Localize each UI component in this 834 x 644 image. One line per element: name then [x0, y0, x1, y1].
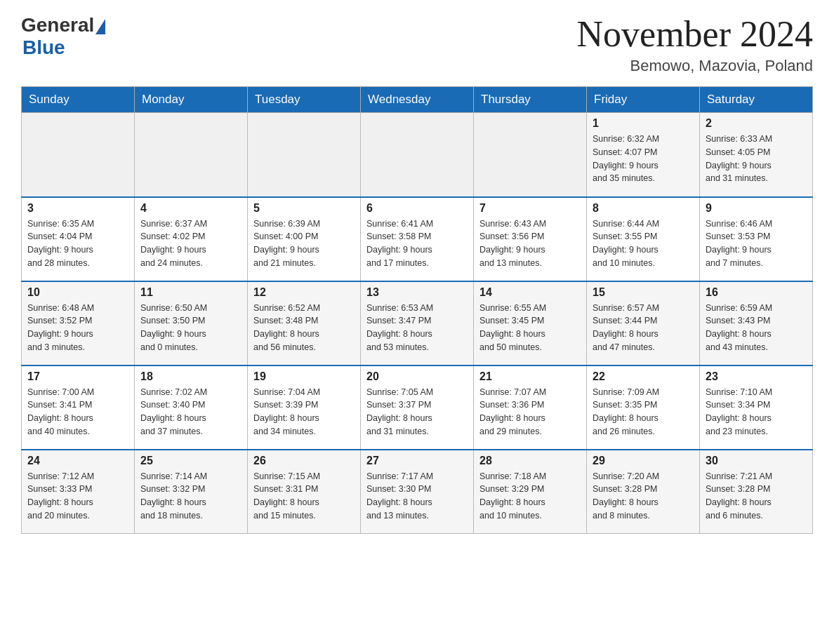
day-info: Sunrise: 6:57 AMSunset: 3:44 PMDaylight:… [593, 302, 694, 354]
day-number: 23 [706, 370, 807, 383]
day-number: 11 [140, 286, 241, 299]
logo-triangle-icon [95, 19, 105, 34]
calendar-cell: 2Sunrise: 6:33 AMSunset: 4:05 PMDaylight… [700, 113, 813, 197]
logo: General Blue [21, 14, 105, 59]
calendar-cell: 28Sunrise: 7:18 AMSunset: 3:29 PMDayligh… [474, 450, 587, 534]
day-number: 29 [593, 455, 694, 467]
day-info: Sunrise: 7:10 AMSunset: 3:34 PMDaylight:… [706, 386, 807, 438]
day-info: Sunrise: 6:52 AMSunset: 3:48 PMDaylight:… [253, 302, 355, 354]
calendar-cell: 25Sunrise: 7:14 AMSunset: 3:32 PMDayligh… [135, 450, 248, 534]
weekday-header-wednesday: Wednesday [361, 87, 474, 113]
calendar-cell: 27Sunrise: 7:17 AMSunset: 3:30 PMDayligh… [361, 450, 474, 534]
header: General Blue November 2024 Bemowo, Mazov… [21, 14, 813, 75]
day-number: 21 [479, 370, 581, 383]
day-number: 28 [479, 455, 581, 467]
calendar-cell: 22Sunrise: 7:09 AMSunset: 3:35 PMDayligh… [587, 365, 700, 450]
day-info: Sunrise: 6:41 AMSunset: 3:58 PMDaylight:… [366, 217, 468, 270]
calendar-cell: 30Sunrise: 7:21 AMSunset: 3:28 PMDayligh… [700, 450, 813, 534]
day-info: Sunrise: 6:33 AMSunset: 4:05 PMDaylight:… [706, 133, 807, 185]
day-info: Sunrise: 7:14 AMSunset: 3:32 PMDaylight:… [140, 470, 241, 523]
day-number: 8 [593, 202, 694, 215]
day-info: Sunrise: 7:02 AMSunset: 3:40 PMDaylight:… [140, 386, 241, 438]
calendar-cell: 8Sunrise: 6:44 AMSunset: 3:55 PMDaylight… [587, 197, 700, 281]
day-info: Sunrise: 6:53 AMSunset: 3:47 PMDaylight:… [366, 302, 468, 354]
logo-blue-text: Blue [22, 36, 65, 59]
logo-general-text: General [21, 14, 94, 36]
day-info: Sunrise: 6:39 AMSunset: 4:00 PMDaylight:… [253, 217, 355, 270]
location-text: Bemowo, Mazovia, Poland [577, 57, 813, 75]
calendar-cell: 12Sunrise: 6:52 AMSunset: 3:48 PMDayligh… [248, 281, 361, 365]
day-number: 1 [593, 117, 694, 130]
calendar-cell: 11Sunrise: 6:50 AMSunset: 3:50 PMDayligh… [135, 281, 248, 365]
day-info: Sunrise: 7:04 AMSunset: 3:39 PMDaylight:… [253, 386, 355, 438]
weekday-header-saturday: Saturday [700, 87, 813, 113]
day-number: 16 [706, 286, 807, 299]
day-info: Sunrise: 7:20 AMSunset: 3:28 PMDaylight:… [593, 470, 694, 523]
weekday-header-friday: Friday [587, 87, 700, 113]
day-info: Sunrise: 7:09 AMSunset: 3:35 PMDaylight:… [593, 386, 694, 438]
day-info: Sunrise: 6:43 AMSunset: 3:56 PMDaylight:… [479, 217, 581, 270]
calendar-cell [135, 113, 248, 197]
calendar-cell: 10Sunrise: 6:48 AMSunset: 3:52 PMDayligh… [22, 281, 135, 365]
day-number: 30 [706, 455, 807, 467]
calendar-cell: 7Sunrise: 6:43 AMSunset: 3:56 PMDaylight… [474, 197, 587, 281]
day-number: 9 [706, 202, 807, 215]
day-number: 18 [140, 370, 241, 383]
day-info: Sunrise: 7:07 AMSunset: 3:36 PMDaylight:… [479, 386, 581, 438]
calendar-cell [22, 113, 135, 197]
day-number: 24 [27, 455, 128, 467]
weekday-header-sunday: Sunday [22, 87, 135, 113]
day-info: Sunrise: 6:59 AMSunset: 3:43 PMDaylight:… [706, 302, 807, 354]
calendar-cell: 21Sunrise: 7:07 AMSunset: 3:36 PMDayligh… [474, 365, 587, 450]
calendar-cell: 6Sunrise: 6:41 AMSunset: 3:58 PMDaylight… [361, 197, 474, 281]
day-info: Sunrise: 7:05 AMSunset: 3:37 PMDaylight:… [366, 386, 468, 438]
calendar-cell: 17Sunrise: 7:00 AMSunset: 3:41 PMDayligh… [22, 365, 135, 450]
day-info: Sunrise: 6:48 AMSunset: 3:52 PMDaylight:… [27, 302, 128, 354]
day-number: 26 [253, 455, 355, 467]
calendar-cell: 4Sunrise: 6:37 AMSunset: 4:02 PMDaylight… [135, 197, 248, 281]
day-number: 22 [593, 370, 694, 383]
day-info: Sunrise: 6:46 AMSunset: 3:53 PMDaylight:… [706, 217, 807, 270]
calendar-cell: 5Sunrise: 6:39 AMSunset: 4:00 PMDaylight… [248, 197, 361, 281]
day-info: Sunrise: 6:50 AMSunset: 3:50 PMDaylight:… [140, 302, 241, 354]
calendar-cell: 16Sunrise: 6:59 AMSunset: 3:43 PMDayligh… [700, 281, 813, 365]
day-number: 19 [253, 370, 355, 383]
calendar-cell: 14Sunrise: 6:55 AMSunset: 3:45 PMDayligh… [474, 281, 587, 365]
weekday-header-tuesday: Tuesday [248, 87, 361, 113]
weekday-header-thursday: Thursday [474, 87, 587, 113]
weekday-header-row: SundayMondayTuesdayWednesdayThursdayFrid… [22, 87, 813, 113]
calendar-cell: 24Sunrise: 7:12 AMSunset: 3:33 PMDayligh… [22, 450, 135, 534]
day-info: Sunrise: 7:12 AMSunset: 3:33 PMDaylight:… [27, 470, 128, 523]
calendar-cell: 19Sunrise: 7:04 AMSunset: 3:39 PMDayligh… [248, 365, 361, 450]
day-number: 17 [27, 370, 128, 383]
day-info: Sunrise: 6:35 AMSunset: 4:04 PMDaylight:… [27, 217, 128, 270]
calendar-cell: 26Sunrise: 7:15 AMSunset: 3:31 PMDayligh… [248, 450, 361, 534]
day-number: 25 [140, 455, 241, 467]
calendar-cell: 13Sunrise: 6:53 AMSunset: 3:47 PMDayligh… [361, 281, 474, 365]
day-number: 4 [140, 202, 241, 215]
day-info: Sunrise: 7:18 AMSunset: 3:29 PMDaylight:… [479, 470, 581, 523]
day-number: 15 [593, 286, 694, 299]
calendar-week-row: 3Sunrise: 6:35 AMSunset: 4:04 PMDaylight… [22, 197, 813, 281]
title-area: November 2024 Bemowo, Mazovia, Poland [577, 14, 813, 75]
day-info: Sunrise: 7:15 AMSunset: 3:31 PMDaylight:… [253, 470, 355, 523]
calendar-cell: 1Sunrise: 6:32 AMSunset: 4:07 PMDaylight… [587, 113, 700, 197]
calendar-table: SundayMondayTuesdayWednesdayThursdayFrid… [21, 86, 813, 534]
day-number: 12 [253, 286, 355, 299]
day-info: Sunrise: 7:17 AMSunset: 3:30 PMDaylight:… [366, 470, 468, 523]
day-info: Sunrise: 7:21 AMSunset: 3:28 PMDaylight:… [706, 470, 807, 523]
day-number: 20 [366, 370, 468, 383]
calendar-cell [248, 113, 361, 197]
calendar-week-row: 17Sunrise: 7:00 AMSunset: 3:41 PMDayligh… [22, 365, 813, 450]
calendar-cell [361, 113, 474, 197]
calendar-cell: 15Sunrise: 6:57 AMSunset: 3:44 PMDayligh… [587, 281, 700, 365]
calendar-week-row: 10Sunrise: 6:48 AMSunset: 3:52 PMDayligh… [22, 281, 813, 365]
day-info: Sunrise: 6:32 AMSunset: 4:07 PMDaylight:… [593, 133, 694, 185]
day-number: 6 [366, 202, 468, 215]
calendar-cell: 9Sunrise: 6:46 AMSunset: 3:53 PMDaylight… [700, 197, 813, 281]
calendar-cell: 18Sunrise: 7:02 AMSunset: 3:40 PMDayligh… [135, 365, 248, 450]
day-number: 3 [27, 202, 128, 215]
month-title: November 2024 [577, 14, 813, 54]
day-info: Sunrise: 6:55 AMSunset: 3:45 PMDaylight:… [479, 302, 581, 354]
day-info: Sunrise: 7:00 AMSunset: 3:41 PMDaylight:… [27, 386, 128, 438]
